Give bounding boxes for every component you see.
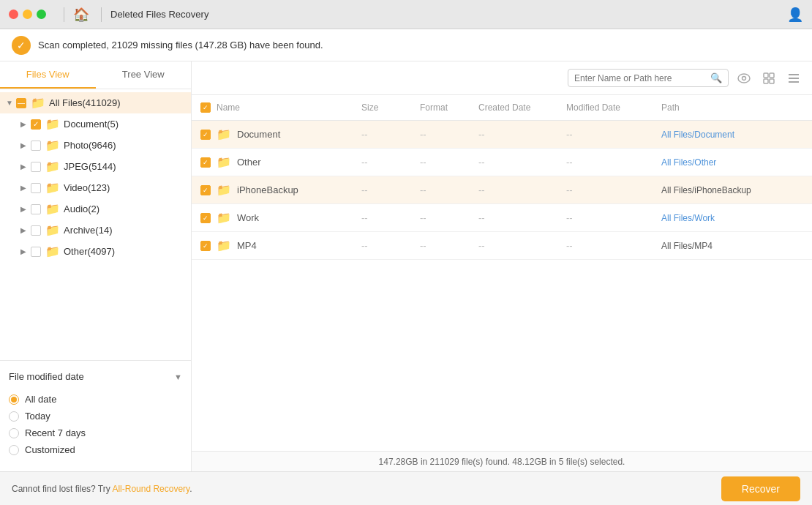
filter-title: File modified date — [9, 371, 84, 382]
header-modified-date: Modified Date — [557, 95, 653, 121]
home-icon[interactable]: 🏠 — [73, 7, 89, 23]
file-table: ✓ Name Size Format Created Date Modified… — [192, 95, 812, 260]
filter-recent-7-days[interactable]: Recent 7 days — [9, 424, 182, 441]
tree-item-jpeg[interactable]: ▶ 📁 JPEG(5144) — [0, 156, 191, 177]
close-button[interactable] — [9, 10, 18, 19]
radio-recent-7-days[interactable] — [9, 428, 19, 438]
tree-toggle-audio[interactable]: ▶ — [20, 205, 31, 213]
maximize-button[interactable] — [37, 10, 46, 19]
tree-item-document[interactable]: ▶ ✓ 📁 Document(5) — [0, 113, 191, 135]
tree-checkbox-other[interactable] — [31, 247, 41, 257]
row-checkbox-other[interactable]: ✓ — [200, 157, 211, 168]
radio-today[interactable] — [9, 411, 19, 422]
tree-item-archive[interactable]: ▶ 📁 Archive(14) — [0, 220, 191, 241]
tree-toggle-other[interactable]: ▶ — [20, 247, 31, 255]
td-format-mp4: -- — [411, 232, 470, 260]
tree-checkbox-jpeg[interactable] — [31, 162, 41, 172]
td-modified-other: -- — [557, 149, 653, 176]
td-path-document: All Files/Document — [653, 121, 812, 149]
table-row: ✓ 📁 Work -- -- -- -- All Files/Work — [192, 204, 812, 232]
td-path-other: All Files/Other — [653, 149, 812, 176]
folder-icon-photo: 📁 — [45, 138, 60, 152]
tree-label-document: Document(5) — [64, 119, 119, 130]
td-format-iphone: -- — [411, 176, 470, 204]
td-created-work: -- — [470, 204, 557, 232]
header-size: Size — [353, 95, 411, 121]
td-name-iphone: ✓ 📁 iPhoneBackup — [192, 176, 353, 204]
svg-rect-3 — [770, 73, 774, 78]
folder-icon-jpeg: 📁 — [45, 160, 60, 173]
filter-all-date[interactable]: All date — [9, 391, 182, 408]
tab-tree-view[interactable]: Tree View — [96, 61, 192, 89]
td-path-work: All Files/Work — [653, 204, 812, 232]
svg-point-0 — [738, 74, 750, 83]
table-row: ✓ 📁 iPhoneBackup -- -- -- -- All Files/i… — [192, 176, 812, 204]
toolbar-icons — [734, 69, 803, 88]
radio-all-date[interactable] — [9, 394, 19, 405]
title-divider-2 — [101, 7, 102, 22]
tree-checkbox-photo[interactable] — [31, 141, 41, 151]
tree-label-jpeg: JPEG(5144) — [64, 161, 116, 172]
sidebar: Files View Tree View ▼ — 📁 All Files(411… — [0, 61, 192, 471]
tree-checkbox-document[interactable]: ✓ — [31, 119, 41, 130]
list-view-icon[interactable] — [784, 69, 803, 88]
search-box[interactable]: 🔍 — [568, 69, 729, 87]
filter-header[interactable]: File modified date ▼ — [9, 368, 182, 385]
row-checkbox-document[interactable]: ✓ — [200, 130, 211, 140]
header-format: Format — [411, 95, 470, 121]
tree-item-video[interactable]: ▶ 📁 Video(123) — [0, 177, 191, 198]
tree-item-other[interactable]: ▶ 📁 Other(4097) — [0, 241, 191, 262]
grid-view-icon[interactable] — [759, 69, 778, 88]
tab-files-view[interactable]: Files View — [0, 61, 96, 89]
app-title: Deleted Files Recovery — [110, 9, 208, 20]
td-name-document: ✓ 📁 Document — [192, 121, 353, 149]
tree-checkbox-video[interactable] — [31, 183, 41, 193]
row-checkbox-iphone[interactable]: ✓ — [200, 185, 211, 195]
td-size-document: -- — [353, 121, 411, 149]
tree-label-other: Other(4097) — [64, 246, 115, 257]
tree-checkbox-audio[interactable] — [31, 204, 41, 214]
tree-item-audio[interactable]: ▶ 📁 Audio(2) — [0, 198, 191, 220]
tree-checkbox-archive[interactable] — [31, 225, 41, 236]
header-checkbox[interactable]: ✓ — [200, 102, 211, 113]
filter-customized[interactable]: Customized — [9, 441, 182, 458]
file-name-iphone: iPhoneBackup — [237, 184, 298, 195]
svg-rect-2 — [764, 73, 768, 78]
td-path-iphone: All Files/iPhoneBackup — [653, 176, 812, 204]
filter-today[interactable]: Today — [9, 408, 182, 424]
tree-toggle-document[interactable]: ▶ — [20, 120, 31, 128]
file-name-document: Document — [237, 129, 280, 140]
file-count-status: 147.28GB in 211029 file(s) found. 48.12G… — [379, 457, 625, 467]
svg-point-1 — [743, 76, 746, 80]
folder-icon-audio: 📁 — [45, 202, 60, 216]
tree-toggle-photo[interactable]: ▶ — [20, 141, 31, 149]
main-content: Files View Tree View ▼ — 📁 All Files(411… — [0, 61, 812, 471]
row-checkbox-work[interactable]: ✓ — [200, 213, 211, 223]
tree-toggle-jpeg[interactable]: ▶ — [20, 162, 31, 171]
file-name-mp4: MP4 — [237, 240, 257, 251]
td-modified-iphone: -- — [557, 176, 653, 204]
view-tabs: Files View Tree View — [0, 61, 191, 89]
recover-button[interactable]: Recover — [721, 476, 800, 501]
search-icon: 🔍 — [710, 72, 722, 83]
tree-item-all-files[interactable]: ▼ — 📁 All Files(411029) — [0, 92, 191, 113]
filter-options: All date Today Recent 7 days Customized — [9, 385, 182, 464]
tree-item-photo[interactable]: ▶ 📁 Photo(9646) — [0, 135, 191, 156]
radio-label-all-date: All date — [25, 394, 56, 405]
row-checkbox-mp4[interactable]: ✓ — [200, 241, 211, 251]
search-input[interactable] — [574, 73, 710, 83]
tree-toggle-video[interactable]: ▶ — [20, 184, 31, 192]
user-icon[interactable]: 👤 — [787, 7, 803, 23]
minimize-button[interactable] — [23, 10, 32, 19]
tree-toggle-archive[interactable]: ▶ — [20, 226, 31, 234]
radio-label-today: Today — [25, 411, 50, 422]
td-name-mp4: ✓ 📁 MP4 — [192, 232, 353, 260]
td-size-mp4: -- — [353, 232, 411, 260]
file-name-work: Work — [237, 212, 259, 223]
all-round-recovery-link[interactable]: All-Round Recovery — [112, 484, 189, 494]
td-modified-mp4: -- — [557, 232, 653, 260]
tree-checkbox-all-files[interactable]: — — [16, 98, 26, 108]
tree-toggle-all-files[interactable]: ▼ — [6, 99, 16, 107]
radio-customized[interactable] — [9, 445, 19, 455]
preview-icon[interactable] — [734, 69, 753, 88]
